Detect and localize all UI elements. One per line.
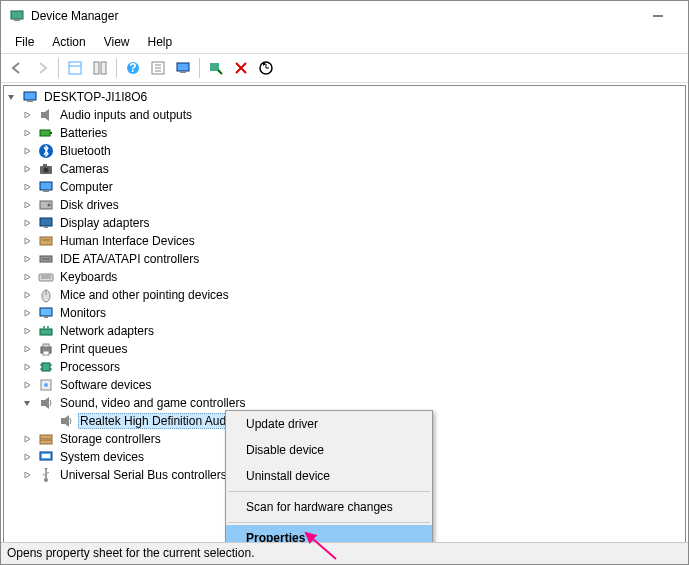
expand-icon[interactable]: [22, 236, 38, 246]
computer-button[interactable]: [171, 56, 195, 80]
tree-node[interactable]: Monitors: [4, 304, 685, 322]
tree-node-label: Cameras: [58, 161, 111, 177]
mouse-icon: [38, 287, 54, 303]
tree-node-label: Software devices: [58, 377, 153, 393]
svg-text:?: ?: [129, 61, 136, 75]
svg-rect-14: [180, 71, 186, 73]
context-menu-item[interactable]: Update driver: [226, 411, 432, 437]
expand-icon[interactable]: [22, 272, 38, 282]
toolbar-separator: [116, 58, 117, 78]
expand-icon[interactable]: [22, 110, 38, 120]
tree-node[interactable]: Processors: [4, 358, 685, 376]
tree-node-label: Mice and other pointing devices: [58, 287, 231, 303]
svg-rect-47: [43, 344, 49, 347]
context-menu-item[interactable]: Scan for hardware changes: [226, 494, 432, 520]
tree-node[interactable]: Batteries: [4, 124, 685, 142]
svg-rect-21: [50, 132, 52, 134]
expand-icon[interactable]: [22, 434, 38, 444]
tree-node[interactable]: Print queues: [4, 340, 685, 358]
forward-button[interactable]: [30, 56, 54, 80]
display-icon: [38, 215, 54, 231]
svg-rect-3: [69, 62, 81, 74]
show-hide-button[interactable]: [63, 56, 87, 80]
tree-node[interactable]: DESKTOP-JI1I8O6: [4, 88, 685, 106]
expand-icon[interactable]: [22, 452, 38, 462]
expand-icon[interactable]: [22, 218, 38, 228]
keyboard-icon: [38, 269, 54, 285]
svg-rect-44: [43, 326, 45, 329]
collapse-icon[interactable]: [6, 92, 22, 102]
svg-rect-1: [14, 19, 20, 21]
svg-rect-42: [44, 316, 48, 318]
monitor-icon: [38, 305, 54, 321]
expand-icon[interactable]: [22, 200, 38, 210]
svg-rect-59: [40, 440, 52, 444]
svg-rect-56: [41, 400, 45, 406]
expand-icon[interactable]: [22, 254, 38, 264]
expand-icon[interactable]: [22, 308, 38, 318]
tree-node-label: IDE ATA/ATAPI controllers: [58, 251, 201, 267]
expand-icon[interactable]: [22, 362, 38, 372]
statusbar: Opens property sheet for the current sel…: [1, 542, 688, 564]
usb-icon: [38, 467, 54, 483]
tree-node[interactable]: Software devices: [4, 376, 685, 394]
expand-icon[interactable]: [22, 164, 38, 174]
properties-button[interactable]: [88, 56, 112, 80]
svg-rect-26: [40, 182, 52, 190]
svg-rect-30: [40, 218, 52, 226]
svg-rect-49: [42, 363, 50, 371]
collapse-icon[interactable]: [22, 398, 38, 408]
svg-rect-17: [24, 92, 36, 100]
expand-icon[interactable]: [22, 344, 38, 354]
tree-node[interactable]: Cameras: [4, 160, 685, 178]
context-menu-item[interactable]: Uninstall device: [226, 463, 432, 489]
svg-rect-20: [40, 130, 50, 136]
tree-node[interactable]: Display adapters: [4, 214, 685, 232]
tree-node[interactable]: Human Interface Devices: [4, 232, 685, 250]
menu-action[interactable]: Action: [44, 33, 93, 51]
storage-icon: [38, 431, 54, 447]
tree-node[interactable]: Disk drives: [4, 196, 685, 214]
expand-icon[interactable]: [22, 326, 38, 336]
svg-rect-0: [11, 11, 23, 19]
titlebar: Device Manager: [1, 1, 688, 31]
bluetooth-icon: [38, 143, 54, 159]
expand-icon[interactable]: [22, 146, 38, 156]
action-button[interactable]: [146, 56, 170, 80]
tree-node-label: Computer: [58, 179, 115, 195]
tree-node-label: Human Interface Devices: [58, 233, 197, 249]
battery-icon: [38, 125, 54, 141]
minimize-button[interactable]: [635, 1, 680, 31]
expand-icon[interactable]: [22, 128, 38, 138]
expand-icon[interactable]: [22, 380, 38, 390]
svg-rect-18: [27, 100, 33, 102]
remove-button[interactable]: [229, 56, 253, 80]
tree-node-label: DESKTOP-JI1I8O6: [42, 89, 149, 105]
expand-icon[interactable]: [22, 182, 38, 192]
tree-node[interactable]: Keyboards: [4, 268, 685, 286]
scan-button[interactable]: [204, 56, 228, 80]
svg-rect-45: [47, 326, 49, 329]
menu-help[interactable]: Help: [140, 33, 181, 51]
expand-icon[interactable]: [22, 470, 38, 480]
tree-node[interactable]: Mice and other pointing devices: [4, 286, 685, 304]
tree-node-label: Keyboards: [58, 269, 119, 285]
back-button[interactable]: [5, 56, 29, 80]
tree-node[interactable]: Audio inputs and outputs: [4, 106, 685, 124]
tree-node[interactable]: Computer: [4, 178, 685, 196]
tree-node-label: Disk drives: [58, 197, 121, 213]
update-button[interactable]: [254, 56, 278, 80]
expand-icon[interactable]: [22, 290, 38, 300]
sound-icon: [38, 395, 54, 411]
tree-node[interactable]: Bluetooth: [4, 142, 685, 160]
menu-file[interactable]: File: [7, 33, 42, 51]
tree-node-label: Audio inputs and outputs: [58, 107, 194, 123]
tree-node[interactable]: Network adapters: [4, 322, 685, 340]
tree-node[interactable]: IDE ATA/ATAPI controllers: [4, 250, 685, 268]
disk-icon: [38, 197, 54, 213]
menu-view[interactable]: View: [96, 33, 138, 51]
tree-node-label: Realtek High Definition Audio: [78, 413, 237, 429]
context-menu-item[interactable]: Disable device: [226, 437, 432, 463]
help-button[interactable]: ?: [121, 56, 145, 80]
toolbar-separator: [199, 58, 200, 78]
